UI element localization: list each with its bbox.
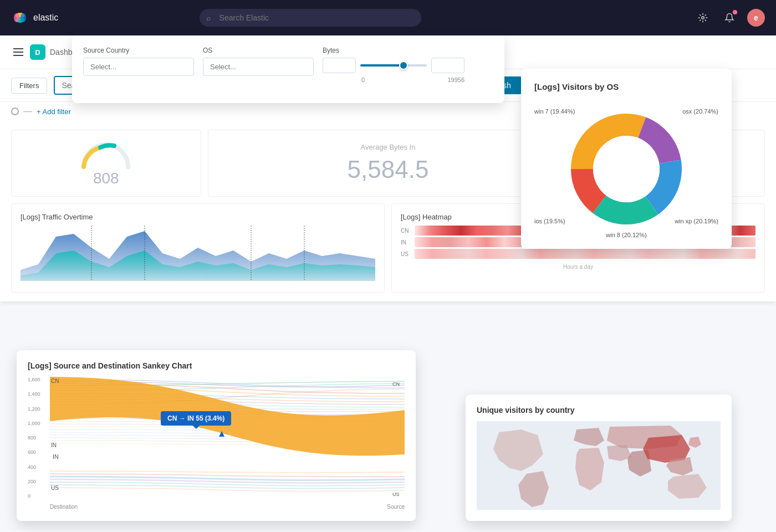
bytes-slider-fill [360, 64, 400, 66]
traffic-overtime-card: [Logs] Traffic Overtime [11, 203, 385, 293]
gauge-1-value: 808 [93, 170, 119, 187]
sankey-x-label-right: Source [387, 504, 405, 510]
hamburger-menu-button[interactable] [11, 46, 25, 58]
os-filter-label: OS [203, 47, 314, 54]
svg-point-10 [593, 136, 660, 202]
sankey-tooltip: CN → IN 55 (3.4%) [161, 411, 231, 426]
bytes-slider-track[interactable] [360, 64, 427, 66]
heatmap-label-cn: CN [401, 228, 413, 234]
sankey-x-label-left: Destination [50, 504, 78, 510]
top-navigation: elastic ⌕ e [0, 0, 776, 35]
search-icon: ⌕ [206, 13, 211, 22]
sankey-y-axis: 1,600 1,400 1,200 1,000 800 600 400 200 … [28, 377, 50, 499]
avg-bytes-label: Average Bytes In [361, 143, 416, 151]
svg-point-4 [21, 13, 26, 22]
filter-controls-row: Source Country OS Bytes 0 [83, 47, 493, 83]
source-country-label: Source Country [83, 47, 194, 54]
notifications-icon-button[interactable] [721, 9, 738, 27]
bytes-label: Bytes [323, 47, 464, 54]
heatmap-label-us: US [401, 251, 413, 257]
country-map-panel: Unique visitors by country [466, 395, 732, 521]
bytes-max-input[interactable] [431, 58, 464, 73]
heatmap-label-in: IN [401, 239, 413, 245]
heatmap-x-label: Hours a day [401, 264, 755, 270]
avg-bytes-value: 5,584.5 [348, 156, 429, 183]
bytes-max-label: 19956 [447, 76, 464, 83]
bytes-slider-row [323, 58, 464, 73]
bytes-slider-thumb[interactable] [399, 61, 408, 70]
sankey-chart-area: 1,600 1,400 1,200 1,000 800 600 400 200 … [28, 377, 405, 510]
elastic-logo[interactable]: elastic [11, 9, 58, 27]
settings-icon-button[interactable] [694, 9, 712, 27]
heatmap-row-us: US [401, 249, 755, 259]
os-label-osx: osx (20.74%) [682, 108, 718, 115]
svg-point-5 [702, 17, 704, 19]
source-country-filter-group: Source Country [83, 47, 194, 76]
dashboard-badge: D [30, 44, 45, 60]
svg-text:US: US [392, 492, 400, 497]
traffic-chart-title: [Logs] Traffic Overtime [21, 213, 375, 221]
country-map-title: Unique visitors by country [477, 406, 721, 415]
avg-bytes-card: Average Bytes In 5,584.5 [208, 130, 569, 197]
main-content-area: D Dashboard / [Logs] Web Traffic Filters… [0, 35, 776, 532]
bytes-range-labels: 0 19956 [323, 76, 464, 83]
os-label-win8: win 8 (20.12%) [606, 232, 646, 238]
os-filter-group: OS [203, 47, 314, 76]
global-search-input[interactable] [200, 9, 421, 27]
filter-radio [11, 108, 19, 115]
sankey-title: [Logs] Source and Destination Sankey Cha… [28, 361, 405, 370]
svg-text:CN: CN [392, 381, 400, 387]
bytes-filter-group: Bytes 0 19956 [323, 47, 464, 83]
os-filter-input[interactable] [203, 58, 314, 76]
svg-point-3 [14, 13, 19, 22]
bytes-min-label: 0 [361, 76, 365, 83]
bytes-min-input[interactable] [323, 58, 356, 73]
sankey-x-labels: Destination Source [50, 504, 405, 510]
os-panel-title: [Logs] Visitors by OS [534, 82, 718, 91]
sankey-panel: [Logs] Source and Destination Sankey Cha… [17, 350, 416, 521]
os-label-ios: ios (19.5%) [534, 218, 565, 224]
svg-text:IN: IN [53, 453, 59, 460]
elastic-brand-text: elastic [33, 13, 58, 23]
filter-overlay-card: Source Country OS Bytes 0 [72, 35, 504, 103]
source-country-input[interactable] [83, 58, 194, 76]
os-label-win7: win 7 (19.44%) [534, 108, 575, 115]
filters-button[interactable]: Filters [11, 78, 47, 94]
os-visitors-panel: [Logs] Visitors by OS win 7 (19.44%) osx… [521, 69, 732, 249]
country-map-area [477, 421, 721, 510]
user-avatar[interactable]: e [747, 9, 765, 27]
add-filter-link[interactable]: + Add filter [37, 108, 71, 116]
os-donut-container: win 7 (19.44%) osx (20.74%) ios (19.5%) … [534, 103, 718, 236]
gauge-card-1: 808 [11, 130, 201, 197]
global-search-bar[interactable]: ⌕ [200, 9, 421, 27]
nav-right-actions: e [694, 9, 765, 27]
